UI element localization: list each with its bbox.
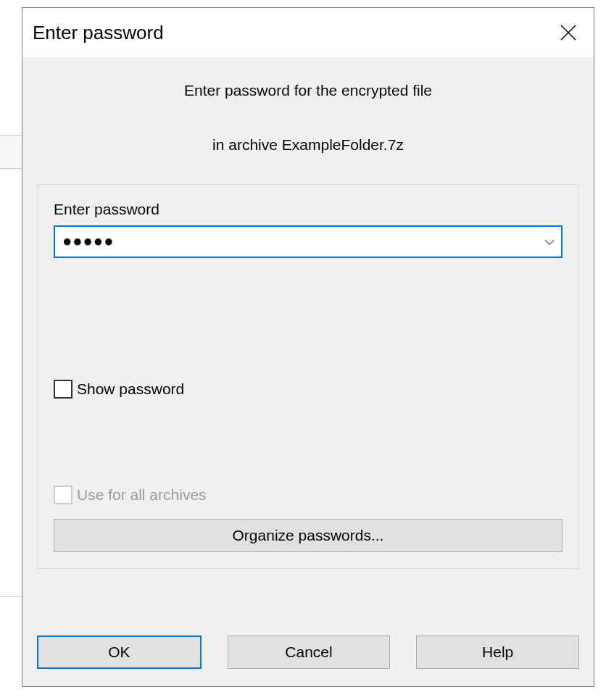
- use-for-all-checkbox: Use for all archives: [54, 486, 563, 504]
- help-button[interactable]: Help: [416, 636, 579, 669]
- checkbox-icon: [54, 486, 72, 504]
- password-dialog: Enter password Enter password for the en…: [22, 7, 594, 687]
- use-for-all-label: Use for all archives: [77, 486, 207, 504]
- close-button[interactable]: [543, 8, 594, 57]
- password-label: Enter password: [54, 201, 563, 218]
- dialog-content: Enter password for the encrypted file in…: [22, 57, 594, 618]
- password-input[interactable]: [54, 225, 563, 258]
- close-icon: [560, 25, 576, 41]
- password-group: Enter password Show password Use for all…: [37, 184, 579, 569]
- password-combo: [54, 225, 563, 258]
- show-password-label: Show password: [77, 380, 184, 398]
- cancel-button[interactable]: Cancel: [228, 636, 391, 669]
- background-divider: [0, 596, 22, 597]
- prompt-line-1: Enter password for the encrypted file: [37, 80, 579, 100]
- dialog-buttons: OK Cancel Help: [22, 618, 594, 686]
- organize-passwords-button[interactable]: Organize passwords...: [54, 519, 563, 552]
- titlebar: Enter password: [22, 8, 594, 57]
- dialog-title: Enter password: [33, 22, 164, 44]
- checkbox-icon: [54, 380, 72, 399]
- show-password-checkbox[interactable]: Show password: [54, 380, 563, 399]
- background-strip: [0, 169, 22, 596]
- ok-button[interactable]: OK: [37, 636, 202, 669]
- prompt-line-2: in archive ExampleFolder.7z: [37, 135, 579, 154]
- background-strip: [0, 136, 22, 168]
